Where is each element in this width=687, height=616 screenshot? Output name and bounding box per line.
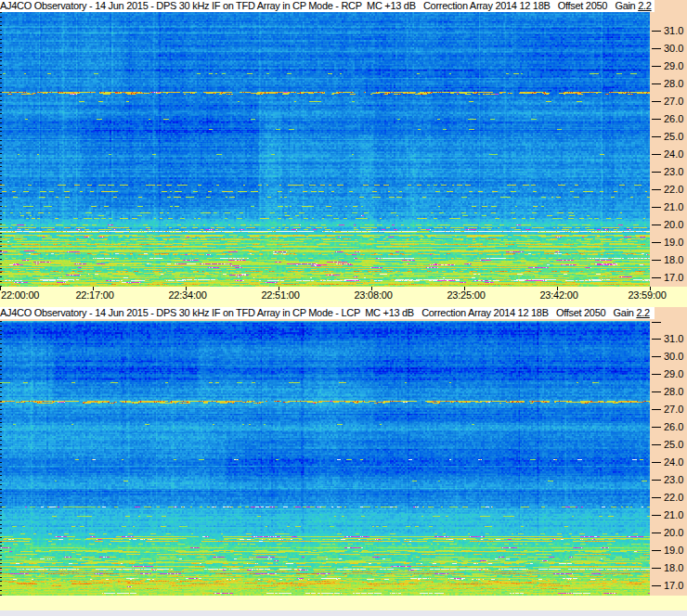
bottom-strip <box>0 596 687 610</box>
time-label: 22:00:00 <box>1 289 70 302</box>
freq-label: 23.0 <box>664 166 687 177</box>
freq-tick <box>652 391 661 392</box>
freq-label: 29.0 <box>664 60 687 71</box>
freq-label: 28.0 <box>664 386 687 397</box>
freq-label: 20.0 <box>664 219 687 230</box>
freq-tick <box>652 119 661 120</box>
freq-tick <box>652 322 661 323</box>
panel-title-rcp: AJ4CO Observatory - 14 Jun 2015 - DPS 30… <box>0 0 655 12</box>
freq-tick <box>652 154 661 155</box>
time-label: 23:59:00 <box>613 289 681 302</box>
freq-label: 29.0 <box>664 368 687 379</box>
freq-tick <box>652 189 661 190</box>
freq-label: 22.0 <box>664 492 687 503</box>
freq-tick <box>652 409 661 410</box>
freq-tick <box>652 339 661 340</box>
spectrograph-page: AJ4CO Observatory - 14 Jun 2015 - DPS 30… <box>0 0 687 616</box>
freq-label: 24.0 <box>664 148 687 160</box>
freq-tick <box>652 207 661 208</box>
freq-label: 31.0 <box>664 25 687 36</box>
freq-tick <box>652 260 661 261</box>
freq-label: 28.0 <box>664 78 687 89</box>
panel-title-lcp-text: AJ4CO Observatory - 14 Jun 2015 - DPS 30… <box>0 307 636 318</box>
window-footer <box>0 610 687 616</box>
freq-label: 18.0 <box>664 254 687 265</box>
freq-label: 22.0 <box>664 184 687 195</box>
panel-title-lcp: AJ4CO Observatory - 14 Jun 2015 - DPS 30… <box>0 307 655 319</box>
freq-tick <box>652 533 661 533</box>
time-label: 23:42:00 <box>525 289 593 302</box>
freq-label: 23.0 <box>664 474 687 485</box>
freq-tick <box>652 480 661 481</box>
time-label: 23:25:00 <box>432 289 500 302</box>
freq-label: 20.0 <box>664 527 687 538</box>
freq-tick <box>652 48 661 49</box>
freq-label: 21.0 <box>664 509 687 520</box>
freq-label: 18.0 <box>664 562 687 573</box>
freq-tick <box>652 225 661 225</box>
freq-tick <box>652 356 661 357</box>
freq-label: 21.0 <box>664 201 687 212</box>
freq-tick <box>652 444 661 445</box>
freq-tick <box>652 277 661 278</box>
freq-label: 26.0 <box>664 113 687 124</box>
freq-tick <box>652 31 661 32</box>
freq-label: 19.0 <box>664 237 687 248</box>
freq-tick <box>652 550 661 551</box>
spectrogram-lcp <box>0 321 650 596</box>
time-label: 22:34:00 <box>153 289 222 302</box>
freq-tick <box>652 568 661 569</box>
freq-label: 30.0 <box>664 351 687 362</box>
gain-value-lcp: 2.2 <box>636 307 649 318</box>
freq-label: 24.0 <box>664 456 687 468</box>
freq-tick <box>652 172 661 173</box>
freq-tick <box>652 585 661 586</box>
freq-label: 25.0 <box>664 439 687 450</box>
freq-label: 17.0 <box>664 272 687 283</box>
freq-label: 17.0 <box>664 580 687 591</box>
spectrogram-rcp <box>0 12 650 287</box>
freq-tick <box>652 136 661 137</box>
freq-label: 25.0 <box>664 131 687 142</box>
time-label: 22:17:00 <box>60 289 129 302</box>
freq-tick <box>652 374 661 375</box>
freq-tick <box>652 515 661 516</box>
freq-tick <box>652 462 661 463</box>
time-axis: 22:00:0022:17:0022:34:0022:51:0023:08:00… <box>0 287 687 307</box>
freq-tick <box>652 83 661 84</box>
freq-label: 26.0 <box>664 421 687 432</box>
freq-tick <box>652 66 661 67</box>
freq-label: 27.0 <box>664 96 687 107</box>
time-label: 22:51:00 <box>246 289 315 302</box>
time-label: 23:08:00 <box>339 289 408 302</box>
freq-tick <box>652 242 661 243</box>
freq-tick <box>652 427 661 428</box>
freq-label: 27.0 <box>664 404 687 415</box>
gain-value-rcp: 2.2 <box>638 0 651 11</box>
freq-label: 30.0 <box>664 43 687 54</box>
freq-tick <box>652 497 661 498</box>
freq-label: 19.0 <box>664 545 687 556</box>
panel-title-rcp-text: AJ4CO Observatory - 14 Jun 2015 - DPS 30… <box>0 0 638 11</box>
freq-tick <box>652 101 661 102</box>
freq-label: 31.0 <box>664 333 687 344</box>
